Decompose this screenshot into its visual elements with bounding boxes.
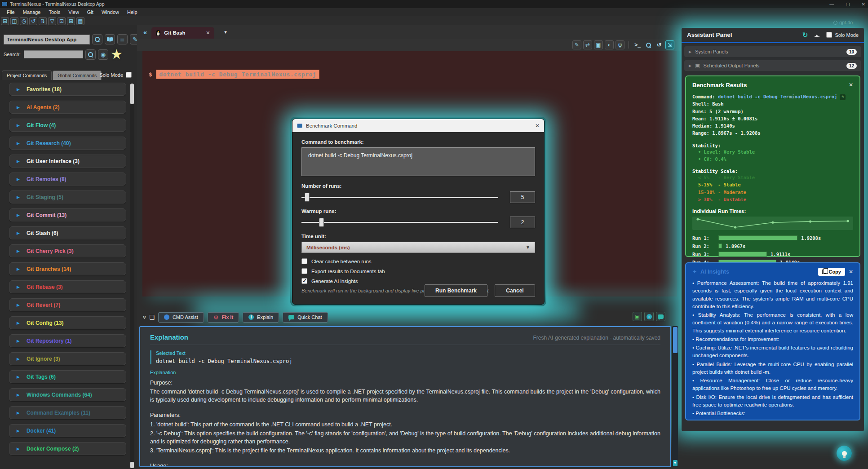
docs-button[interactable]: [105, 34, 115, 44]
checkbox[interactable]: [301, 278, 307, 284]
benchmark-command-input[interactable]: dotnet build -c Debug TerminalNexus.cspr…: [301, 147, 535, 176]
sort-icon[interactable]: ⇅: [39, 17, 47, 25]
quick-chat-button[interactable]: Quick Chat: [283, 312, 328, 323]
sidebar-search-input[interactable]: [24, 50, 83, 58]
command-category[interactable]: ▶ Docker Compose (2): [9, 442, 126, 455]
command-link[interactable]: dotnet build -c Debug TerminalNexus.cspr…: [718, 94, 837, 99]
command-category[interactable]: ▶ Favorites (18): [9, 83, 126, 96]
copy-button[interactable]: Copy: [818, 268, 845, 276]
dialog-close-icon[interactable]: ✕: [535, 123, 540, 129]
filter-icon[interactable]: ▽: [48, 17, 56, 25]
brain-icon[interactable]: ◐: [605, 40, 614, 49]
close-icon[interactable]: ✕: [849, 82, 853, 88]
command-category[interactable]: ▶ Git Tags (6): [9, 370, 126, 383]
collapse-panel-icon[interactable]: «: [141, 315, 147, 319]
sidebar-search-go-button[interactable]: [85, 49, 96, 60]
cmd-assist-button[interactable]: CMD Assist: [158, 312, 204, 323]
command-category[interactable]: ▶ Docker (41): [9, 424, 126, 437]
script-edit-icon[interactable]: ✎: [572, 40, 581, 49]
command-category[interactable]: ▶ Git Commit (13): [9, 208, 126, 221]
menu-item[interactable]: File: [3, 9, 19, 15]
runs-slider-thumb[interactable]: [305, 193, 310, 202]
command-category[interactable]: ▶ Git Flow (4): [9, 119, 126, 132]
command-category[interactable]: ▶ Git Revert (7): [9, 298, 126, 311]
fix-it-button[interactable]: ⚙ Fix It: [208, 312, 239, 323]
dialog-checkbox-row[interactable]: Clear cache between runs: [301, 258, 535, 264]
edit-command-icon[interactable]: ✎: [840, 94, 846, 100]
terminal-tab-git-bash[interactable]: Git Bash ✕: [151, 27, 214, 39]
scrollbar-thumb[interactable]: [673, 327, 678, 353]
favorites-star-icon[interactable]: ★: [111, 49, 123, 60]
expand-panel-icon[interactable]: ❏: [149, 314, 155, 321]
fullscreen-icon[interactable]: ⊡: [58, 17, 66, 25]
command-category[interactable]: ▶ Command Examples (11): [9, 406, 126, 419]
minimize-button[interactable]: —: [829, 2, 834, 7]
tab-dropdown-icon[interactable]: ▾: [224, 29, 227, 35]
target-button[interactable]: ◉: [98, 49, 108, 60]
solo-mode-checkbox[interactable]: [126, 72, 132, 78]
section-scheduled-output-panels[interactable]: ▶ ▣ Scheduled Output Panels 12: [684, 60, 861, 71]
warmup-slider[interactable]: [301, 217, 498, 227]
tab-global-commands[interactable]: Global Commands: [53, 71, 102, 80]
command-category[interactable]: ▶ Git Remotes (8): [9, 173, 126, 186]
expand-terminal-icon[interactable]: ⇲: [665, 40, 674, 49]
cancel-button[interactable]: Cancel: [495, 284, 535, 297]
command-category[interactable]: ▶ Git Cherry Pick (3): [9, 244, 126, 257]
command-category[interactable]: ▶ Git Staging (5): [9, 190, 126, 204]
tab-close-icon[interactable]: ✕: [206, 30, 210, 36]
command-category[interactable]: ▶ Git User Interface (3): [9, 155, 126, 168]
clock-icon[interactable]: ◷: [20, 17, 28, 25]
explain-button[interactable]: i Explain: [243, 312, 279, 323]
menu-item[interactable]: View: [64, 9, 83, 15]
menu-item[interactable]: Window: [97, 9, 123, 15]
windows-icon[interactable]: ⊞: [67, 17, 75, 25]
section-system-panels[interactable]: ▶ System Panels 10: [684, 46, 861, 57]
highlighted-command[interactable]: dotnet build -c Debug TerminalNexus.cspr…: [156, 70, 319, 79]
refresh-icon[interactable]: ↻: [802, 31, 808, 39]
notebook-icon[interactable]: ▤: [76, 17, 84, 25]
maximize-button[interactable]: ▢: [846, 2, 850, 7]
scrollbar-end[interactable]: [130, 462, 134, 468]
command-category[interactable]: ▶ Git Branches (14): [9, 262, 126, 275]
command-category[interactable]: ▶ Git Research (40): [9, 137, 126, 150]
list-button[interactable]: ≣: [117, 34, 128, 44]
explanation-scrollbar[interactable]: ▼: [672, 326, 678, 467]
command-category[interactable]: ▶ Git Rebase (3): [9, 280, 126, 293]
history-icon[interactable]: ↺: [29, 17, 37, 25]
command-category[interactable]: ▶ Git Config (13): [9, 316, 126, 329]
run-benchmark-button[interactable]: Run Benchmark: [425, 284, 487, 297]
eject-icon[interactable]: [814, 32, 820, 37]
robot-assist-button[interactable]: ▣: [633, 312, 642, 321]
menu-item[interactable]: Tools: [45, 9, 65, 15]
dialog-checkbox-row[interactable]: Export results to Documents tab: [301, 268, 535, 274]
open-folder-icon[interactable]: ⊟: [1, 17, 9, 25]
terminal-prompt-icon[interactable]: >_: [633, 40, 642, 49]
warmup-slider-thumb[interactable]: [319, 218, 324, 227]
app-name-input[interactable]: [4, 35, 90, 44]
command-category[interactable]: ▶ AI Agents (2): [9, 101, 126, 114]
search-button[interactable]: [92, 34, 102, 44]
runs-slider[interactable]: [301, 192, 498, 202]
history-icon[interactable]: ↺: [655, 40, 664, 49]
tab-project-commands[interactable]: Project Commands: [2, 71, 52, 80]
sidebar-scrollbar[interactable]: [130, 83, 134, 469]
menu-item[interactable]: Git: [83, 9, 97, 15]
assistant-solo-mode-checkbox[interactable]: [826, 32, 832, 38]
command-category[interactable]: ▶ Git Repository (1): [9, 334, 126, 347]
git-branch-icon[interactable]: ψ: [616, 40, 624, 49]
command-category[interactable]: ▶ Windows Commands (64): [9, 388, 126, 401]
split-view-icon[interactable]: ◫: [10, 17, 18, 25]
close-icon[interactable]: ✕: [849, 269, 853, 275]
time-unit-dropdown[interactable]: Milliseconds (ms) ▼: [301, 242, 535, 253]
checkbox[interactable]: [301, 268, 307, 274]
menu-item[interactable]: Manage: [19, 9, 45, 15]
hint-lightbulb-button[interactable]: [837, 446, 852, 461]
checkbox[interactable]: [301, 258, 307, 264]
robot-icon[interactable]: ▣: [594, 40, 603, 49]
command-category[interactable]: ▶ Git Ignore (3): [9, 352, 126, 365]
chat-button[interactable]: [656, 312, 665, 321]
search-terminal-icon[interactable]: [644, 40, 653, 49]
scrollbar-down-arrow[interactable]: ▼: [673, 460, 678, 466]
dialog-checkbox-row[interactable]: Generate AI insights: [301, 278, 535, 284]
command-category[interactable]: ▶ Git Stash (6): [9, 226, 126, 239]
